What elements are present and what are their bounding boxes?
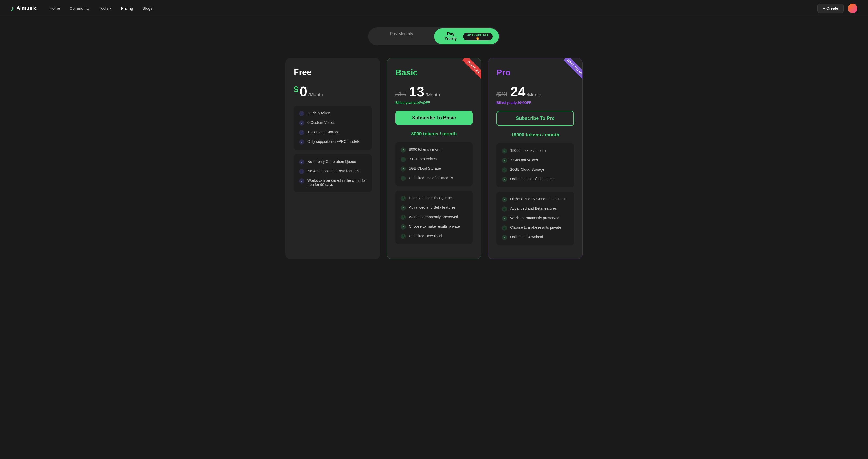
list-item: ✓ 8000 tokens / month — [401, 147, 467, 153]
check-icon: ✓ — [502, 235, 507, 240]
basic-period: /Month — [426, 92, 440, 98]
check-icon: ✓ — [299, 159, 304, 165]
popular-ribbon: popular — [455, 58, 481, 85]
list-item: ✓ 10GB Cloud Storage — [502, 167, 569, 172]
basic-tokens-label: 8000 tokens / month — [395, 131, 473, 137]
list-item: ✓ 0 Custom Voices — [299, 121, 367, 126]
basic-billed: Billed yearly,14%OFF — [395, 101, 473, 105]
basic-price-block: $15 13 /Month Billed yearly,14%OFF — [395, 84, 473, 105]
check-icon: ✓ — [401, 224, 406, 230]
free-price: 0 — [300, 84, 307, 99]
list-item: ✓ 50 daily token — [299, 111, 367, 116]
check-icon: ✓ — [502, 225, 507, 231]
check-icon: ✓ — [502, 197, 507, 202]
nav-tools[interactable]: Tools ▾ — [99, 6, 112, 10]
check-icon: ✓ — [299, 169, 304, 174]
check-icon: ✓ — [401, 234, 406, 239]
check-icon: ✓ — [502, 167, 507, 172]
check-icon: ✓ — [401, 205, 406, 210]
subscribe-basic-button[interactable]: Subscribe To Basic — [395, 111, 473, 125]
check-icon: ✓ — [502, 177, 507, 182]
list-item: ✓ Unlimited use of all models — [401, 176, 467, 181]
basic-original-price: $15 — [395, 91, 406, 98]
basic-advanced-features: ✓ Priority Generation Queue ✓ Advanced a… — [395, 191, 473, 244]
check-icon: ✓ — [401, 196, 406, 201]
pro-price-block: $30 24 /Month Billed yearly,30%OFF — [496, 84, 574, 105]
list-item: ✓ 18000 tokens / month — [502, 149, 569, 154]
list-item: ✓ Only supports non-PRO models — [299, 139, 367, 145]
list-item: ✓ Advanced and Beta features — [502, 206, 569, 211]
nav-right: + Create — [817, 4, 858, 13]
ribbon-label: best value — [563, 58, 583, 79]
list-item: ✓ Priority Generation Queue — [401, 196, 467, 201]
free-dollar-sign: $ — [294, 85, 299, 94]
check-icon: ✓ — [502, 206, 507, 211]
check-icon: ✓ — [299, 121, 304, 126]
basic-plan-card: popular Basic $15 13 /Month Billed yearl… — [386, 58, 482, 259]
pricing-cards: Free $ 0 /Month ✓ 50 daily token ✓ 0 Cus… — [276, 58, 592, 259]
logo-text: Aimusic — [17, 5, 37, 11]
check-icon: ✓ — [299, 111, 304, 116]
create-button[interactable]: + Create — [817, 4, 844, 13]
billing-toggle: Pay Monthly Pay Yearly UP TO 30% OFF🔥 — [368, 27, 500, 45]
basic-basic-features: ✓ 8000 tokens / month ✓ 3 Custom Voices … — [395, 142, 473, 186]
list-item: ✓ 3 Custom Voices — [401, 157, 467, 162]
check-icon: ✓ — [299, 139, 304, 145]
pro-plan-card: best value Pro $30 24 /Month Billed year… — [488, 58, 583, 259]
list-item: ✓ Choose to make results private — [401, 224, 467, 230]
free-plan-name: Free — [294, 67, 372, 77]
nav-blogs[interactable]: Blogs — [143, 6, 153, 10]
check-icon: ✓ — [401, 176, 406, 181]
list-item: ✓ Works can be saved in the cloud for fr… — [299, 178, 367, 187]
check-icon: ✓ — [502, 149, 507, 154]
best-value-ribbon: best value — [556, 58, 583, 85]
list-item: ✓ 5GB Cloud Storage — [401, 166, 467, 171]
discount-badge: UP TO 30% OFF🔥 — [463, 33, 493, 40]
nav-community[interactable]: Community — [70, 6, 90, 10]
pro-advanced-features: ✓ Highest Priority Generation Queue ✓ Ad… — [496, 192, 574, 245]
list-item: ✓ Highest Priority Generation Queue — [502, 197, 569, 202]
free-period: /Month — [309, 92, 323, 97]
list-item: ✓ Unlimited Download — [401, 234, 467, 239]
check-icon: ✓ — [401, 147, 406, 153]
navigation: ♪ Aimusic Home Community Tools ▾ Pricing… — [0, 0, 868, 17]
nav-links: Home Community Tools ▾ Pricing Blogs — [50, 6, 817, 10]
list-item: ✓ No Priority Generation Queue — [299, 159, 367, 165]
logo-icon: ♪ — [10, 4, 14, 13]
basic-price: 13 — [409, 84, 425, 99]
list-item: ✓ 7 Custom Voices — [502, 158, 569, 163]
yearly-toggle[interactable]: Pay Yearly UP TO 30% OFF🔥 — [434, 29, 499, 44]
list-item: ✓ Advanced and Beta features — [401, 205, 467, 210]
check-icon: ✓ — [401, 157, 406, 162]
check-icon: ✓ — [401, 215, 406, 220]
main-content: Pay Monthly Pay Yearly UP TO 30% OFF🔥 Fr… — [0, 17, 868, 270]
list-item: ✓ Unlimited Download — [502, 235, 569, 240]
list-item: ✓ 1GB Cloud Storage — [299, 130, 367, 135]
list-item: ✓ Choose to make results private — [502, 225, 569, 231]
list-item: ✓ Works permanently preserved — [502, 216, 569, 221]
list-item: ✓ Works permanently preserved — [401, 215, 467, 220]
logo[interactable]: ♪ Aimusic — [10, 4, 37, 13]
nav-home[interactable]: Home — [50, 6, 60, 10]
free-advanced-features: ✓ No Priority Generation Queue ✓ No Adva… — [294, 154, 372, 192]
monthly-toggle[interactable]: Pay Monthly — [369, 29, 434, 44]
pro-tokens-label: 18000 tokens / month — [496, 132, 574, 138]
free-basic-features: ✓ 50 daily token ✓ 0 Custom Voices ✓ 1GB… — [294, 106, 372, 150]
check-icon: ✓ — [502, 158, 507, 163]
free-plan-card: Free $ 0 /Month ✓ 50 daily token ✓ 0 Cus… — [285, 58, 380, 259]
pro-original-price: $30 — [496, 91, 507, 98]
list-item: ✓ Unlimited use of all models — [502, 177, 569, 182]
check-icon: ✓ — [502, 216, 507, 221]
avatar[interactable] — [848, 4, 858, 13]
check-icon: ✓ — [401, 166, 406, 171]
list-item: ✓ No Advanced and Beta features — [299, 169, 367, 174]
pro-basic-features: ✓ 18000 tokens / month ✓ 7 Custom Voices… — [496, 143, 574, 187]
pro-period: /Month — [527, 92, 541, 98]
ribbon-label: popular — [462, 58, 481, 79]
nav-pricing[interactable]: Pricing — [121, 6, 133, 10]
check-icon: ✓ — [299, 130, 304, 135]
pro-billed: Billed yearly,30%OFF — [496, 101, 574, 105]
free-price-block: $ 0 /Month — [294, 84, 372, 99]
subscribe-pro-button[interactable]: Subscribe To Pro — [496, 111, 574, 126]
check-icon: ✓ — [299, 178, 304, 184]
